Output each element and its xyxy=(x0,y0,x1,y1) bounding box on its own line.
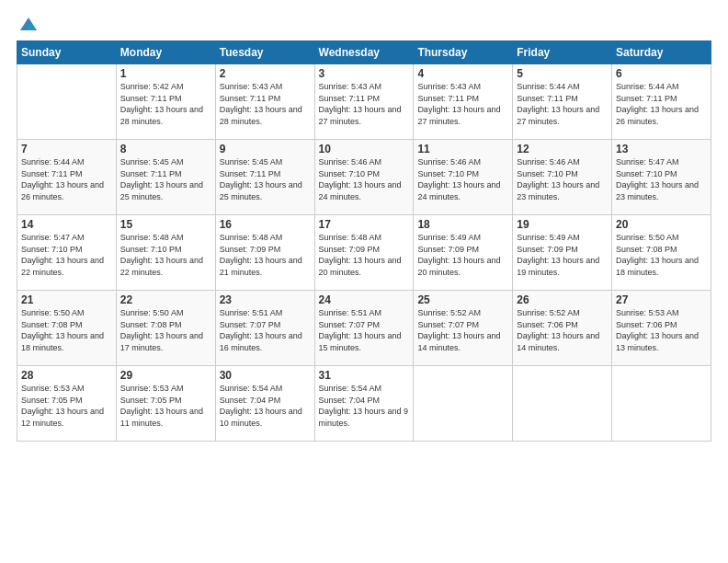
day-info: Sunrise: 5:51 AMSunset: 7:07 PMDaylight:… xyxy=(319,307,410,353)
day-cell: 16Sunrise: 5:48 AMSunset: 7:09 PMDayligh… xyxy=(215,215,314,291)
day-number: 26 xyxy=(517,293,608,306)
day-cell: 26Sunrise: 5:52 AMSunset: 7:06 PMDayligh… xyxy=(513,291,612,366)
header-cell-tuesday: Tuesday xyxy=(215,41,314,64)
day-cell: 25Sunrise: 5:52 AMSunset: 7:07 PMDayligh… xyxy=(414,291,513,366)
day-cell xyxy=(513,366,612,442)
day-number: 11 xyxy=(417,143,508,155)
day-info: Sunrise: 5:52 AMSunset: 7:06 PMDaylight:… xyxy=(517,307,608,353)
day-number: 24 xyxy=(319,293,410,306)
day-info: Sunrise: 5:48 AMSunset: 7:10 PMDaylight:… xyxy=(120,232,211,278)
day-number: 21 xyxy=(21,293,112,306)
day-cell: 23Sunrise: 5:51 AMSunset: 7:07 PMDayligh… xyxy=(215,291,314,366)
day-cell: 1Sunrise: 5:42 AMSunset: 7:11 PMDaylight… xyxy=(116,64,215,140)
day-info: Sunrise: 5:54 AMSunset: 7:04 PMDaylight:… xyxy=(220,383,311,429)
day-number: 12 xyxy=(517,143,608,155)
day-number: 3 xyxy=(319,67,410,80)
day-info: Sunrise: 5:50 AMSunset: 7:08 PMDaylight:… xyxy=(616,232,707,278)
logo-icon xyxy=(18,16,39,32)
day-info: Sunrise: 5:44 AMSunset: 7:11 PMDaylight:… xyxy=(517,81,608,127)
day-cell: 30Sunrise: 5:54 AMSunset: 7:04 PMDayligh… xyxy=(215,366,314,442)
day-cell: 11Sunrise: 5:46 AMSunset: 7:10 PMDayligh… xyxy=(414,140,513,215)
header-cell-wednesday: Wednesday xyxy=(314,41,414,64)
day-number: 13 xyxy=(616,143,707,155)
day-number: 25 xyxy=(417,293,508,306)
week-row-3: 14Sunrise: 5:47 AMSunset: 7:10 PMDayligh… xyxy=(17,215,711,291)
day-number: 14 xyxy=(21,218,112,231)
day-cell: 24Sunrise: 5:51 AMSunset: 7:07 PMDayligh… xyxy=(314,291,414,366)
day-cell: 15Sunrise: 5:48 AMSunset: 7:10 PMDayligh… xyxy=(116,215,215,291)
day-cell xyxy=(612,366,711,442)
day-cell: 8Sunrise: 5:45 AMSunset: 7:11 PMDaylight… xyxy=(116,140,215,215)
day-cell: 31Sunrise: 5:54 AMSunset: 7:04 PMDayligh… xyxy=(314,366,414,442)
day-cell: 22Sunrise: 5:50 AMSunset: 7:08 PMDayligh… xyxy=(116,291,215,366)
day-number: 17 xyxy=(319,218,410,231)
day-cell: 17Sunrise: 5:48 AMSunset: 7:09 PMDayligh… xyxy=(314,215,414,291)
day-info: Sunrise: 5:53 AMSunset: 7:05 PMDaylight:… xyxy=(21,383,112,429)
day-number: 16 xyxy=(220,218,311,231)
day-cell: 20Sunrise: 5:50 AMSunset: 7:08 PMDayligh… xyxy=(612,215,711,291)
calendar-table: SundayMondayTuesdayWednesdayThursdayFrid… xyxy=(17,40,711,442)
day-number: 1 xyxy=(120,67,211,80)
day-cell: 5Sunrise: 5:44 AMSunset: 7:11 PMDaylight… xyxy=(513,64,612,140)
day-cell: 19Sunrise: 5:49 AMSunset: 7:09 PMDayligh… xyxy=(513,215,612,291)
day-number: 5 xyxy=(517,67,608,80)
day-info: Sunrise: 5:46 AMSunset: 7:10 PMDaylight:… xyxy=(319,156,410,202)
day-info: Sunrise: 5:42 AMSunset: 7:11 PMDaylight:… xyxy=(120,81,211,127)
day-info: Sunrise: 5:54 AMSunset: 7:04 PMDaylight:… xyxy=(319,383,410,429)
day-info: Sunrise: 5:46 AMSunset: 7:10 PMDaylight:… xyxy=(517,156,608,202)
day-cell: 18Sunrise: 5:49 AMSunset: 7:09 PMDayligh… xyxy=(414,215,513,291)
day-number: 9 xyxy=(220,143,311,155)
day-number: 27 xyxy=(616,293,707,306)
day-info: Sunrise: 5:45 AMSunset: 7:11 PMDaylight:… xyxy=(220,156,311,202)
day-number: 7 xyxy=(21,143,112,155)
logo-text xyxy=(17,17,39,33)
day-number: 20 xyxy=(616,218,707,231)
day-cell: 27Sunrise: 5:53 AMSunset: 7:06 PMDayligh… xyxy=(612,291,711,366)
day-number: 2 xyxy=(220,67,311,80)
day-info: Sunrise: 5:43 AMSunset: 7:11 PMDaylight:… xyxy=(220,81,311,127)
week-row-5: 28Sunrise: 5:53 AMSunset: 7:05 PMDayligh… xyxy=(17,366,711,442)
day-number: 29 xyxy=(120,369,211,382)
logo xyxy=(17,17,39,33)
day-info: Sunrise: 5:47 AMSunset: 7:10 PMDaylight:… xyxy=(616,156,707,202)
day-number: 4 xyxy=(417,67,508,80)
day-cell: 2Sunrise: 5:43 AMSunset: 7:11 PMDaylight… xyxy=(215,64,314,140)
day-info: Sunrise: 5:47 AMSunset: 7:10 PMDaylight:… xyxy=(21,232,112,278)
header-row: SundayMondayTuesdayWednesdayThursdayFrid… xyxy=(17,41,711,64)
day-cell: 14Sunrise: 5:47 AMSunset: 7:10 PMDayligh… xyxy=(17,215,117,291)
day-cell: 10Sunrise: 5:46 AMSunset: 7:10 PMDayligh… xyxy=(314,140,414,215)
header-cell-saturday: Saturday xyxy=(612,41,711,64)
day-info: Sunrise: 5:49 AMSunset: 7:09 PMDaylight:… xyxy=(517,232,608,278)
day-info: Sunrise: 5:48 AMSunset: 7:09 PMDaylight:… xyxy=(220,232,311,278)
day-info: Sunrise: 5:50 AMSunset: 7:08 PMDaylight:… xyxy=(21,307,112,353)
week-row-2: 7Sunrise: 5:44 AMSunset: 7:11 PMDaylight… xyxy=(17,140,711,215)
header-cell-sunday: Sunday xyxy=(17,41,117,64)
day-number: 23 xyxy=(220,293,311,306)
day-cell: 12Sunrise: 5:46 AMSunset: 7:10 PMDayligh… xyxy=(513,140,612,215)
header-cell-thursday: Thursday xyxy=(414,41,513,64)
day-number: 28 xyxy=(21,369,112,382)
day-info: Sunrise: 5:53 AMSunset: 7:06 PMDaylight:… xyxy=(616,307,707,353)
day-cell xyxy=(414,366,513,442)
day-cell: 7Sunrise: 5:44 AMSunset: 7:11 PMDaylight… xyxy=(17,140,117,215)
day-cell: 9Sunrise: 5:45 AMSunset: 7:11 PMDaylight… xyxy=(215,140,314,215)
day-number: 6 xyxy=(616,67,707,80)
day-info: Sunrise: 5:45 AMSunset: 7:11 PMDaylight:… xyxy=(120,156,211,202)
day-cell: 21Sunrise: 5:50 AMSunset: 7:08 PMDayligh… xyxy=(17,291,117,366)
header-cell-friday: Friday xyxy=(513,41,612,64)
day-cell: 6Sunrise: 5:44 AMSunset: 7:11 PMDaylight… xyxy=(612,64,711,140)
day-cell: 3Sunrise: 5:43 AMSunset: 7:11 PMDaylight… xyxy=(314,64,414,140)
day-number: 22 xyxy=(120,293,211,306)
day-number: 10 xyxy=(319,143,410,155)
day-info: Sunrise: 5:52 AMSunset: 7:07 PMDaylight:… xyxy=(417,307,508,353)
week-row-1: 1Sunrise: 5:42 AMSunset: 7:11 PMDaylight… xyxy=(17,64,711,140)
day-number: 19 xyxy=(517,218,608,231)
day-number: 8 xyxy=(120,143,211,155)
day-cell xyxy=(17,64,117,140)
day-info: Sunrise: 5:44 AMSunset: 7:11 PMDaylight:… xyxy=(21,156,112,202)
day-info: Sunrise: 5:53 AMSunset: 7:05 PMDaylight:… xyxy=(120,383,211,429)
day-info: Sunrise: 5:43 AMSunset: 7:11 PMDaylight:… xyxy=(319,81,410,127)
day-info: Sunrise: 5:46 AMSunset: 7:10 PMDaylight:… xyxy=(417,156,508,202)
header-cell-monday: Monday xyxy=(116,41,215,64)
day-number: 18 xyxy=(417,218,508,231)
